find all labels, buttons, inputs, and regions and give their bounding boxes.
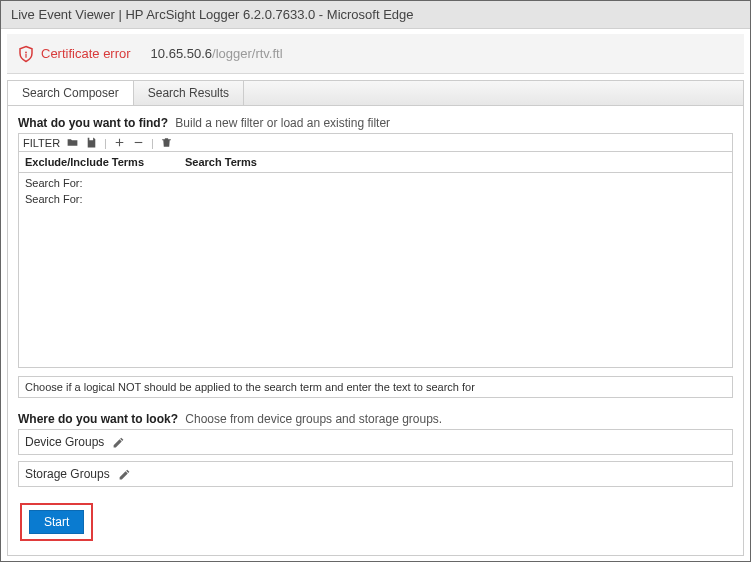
certificate-error-label[interactable]: Certificate error	[41, 46, 131, 61]
device-groups-row[interactable]: Device Groups	[18, 429, 733, 455]
toolbar-divider-2: |	[151, 137, 154, 149]
save-icon[interactable]	[85, 136, 98, 149]
svg-point-0	[25, 51, 27, 53]
col-search-terms: Search Terms	[179, 152, 732, 172]
minus-icon[interactable]	[132, 136, 145, 149]
filter-label: FILTER	[23, 137, 60, 149]
search-hint-bar: Choose if a logical NOT should be applie…	[18, 376, 733, 398]
look-hint: Choose from device groups and storage gr…	[185, 412, 442, 426]
storage-groups-row[interactable]: Storage Groups	[18, 461, 733, 487]
search-row-2[interactable]: Search For:	[25, 193, 726, 205]
start-button[interactable]: Start	[29, 510, 84, 534]
filter-column-headers: Exclude/Include Terms Search Terms	[18, 152, 733, 173]
storage-groups-label: Storage Groups	[25, 467, 110, 481]
address-bar: Certificate error 10.65.50.6/logger/rtv.…	[7, 34, 744, 74]
filter-toolbar: FILTER | |	[18, 133, 733, 152]
window-title: Live Event Viewer | HP ArcSight Logger 6…	[11, 7, 414, 22]
find-hint: Build a new filter or load an existing f…	[175, 116, 390, 130]
start-region: Start	[18, 499, 97, 545]
search-terms-area[interactable]: Search For: Search For:	[18, 173, 733, 368]
look-question: Where do you want to look?	[18, 412, 178, 426]
trash-icon[interactable]	[160, 136, 173, 149]
look-prompt: Where do you want to look? Choose from d…	[18, 412, 733, 426]
search-row-1[interactable]: Search For:	[25, 177, 726, 189]
url-host[interactable]: 10.65.50.6	[151, 46, 212, 61]
start-highlight: Start	[20, 503, 93, 541]
device-groups-label: Device Groups	[25, 435, 104, 449]
shield-warning-icon	[17, 45, 35, 63]
toolbar-divider: |	[104, 137, 107, 149]
folder-open-icon[interactable]	[66, 136, 79, 149]
tab-search-composer[interactable]: Search Composer	[8, 81, 134, 105]
url-path[interactable]: /logger/rtv.ftl	[212, 46, 283, 61]
find-prompt: What do you want to find? Build a new fi…	[18, 116, 733, 130]
tab-bar: Search Composer Search Results	[7, 80, 744, 105]
col-exclude-include: Exclude/Include Terms	[19, 152, 179, 172]
composer-panel: What do you want to find? Build a new fi…	[7, 105, 744, 556]
plus-icon[interactable]	[113, 136, 126, 149]
svg-rect-1	[25, 54, 26, 58]
tab-search-results[interactable]: Search Results	[134, 81, 244, 105]
window-titlebar: Live Event Viewer | HP ArcSight Logger 6…	[1, 1, 750, 29]
pencil-icon[interactable]	[112, 436, 125, 449]
pencil-icon[interactable]	[118, 468, 131, 481]
find-question: What do you want to find?	[18, 116, 168, 130]
